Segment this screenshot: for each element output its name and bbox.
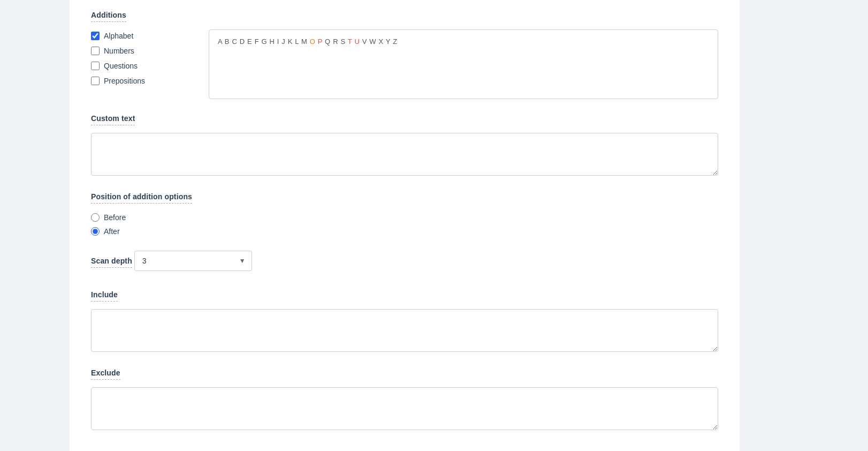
custom-text-title: Custom text — [91, 114, 135, 123]
position-title-wrapper: Position of addition options — [91, 192, 192, 204]
scan-depth-title-wrapper: Scan depth — [91, 257, 132, 268]
scan-depth-select[interactable]: 1 2 3 4 5 — [134, 251, 252, 271]
include-section: Include — [91, 290, 718, 354]
exclude-title: Exclude — [91, 369, 120, 377]
checkbox-alphabet[interactable]: Alphabet — [91, 32, 198, 40]
checkbox-prepositions[interactable]: Prepositions — [91, 77, 198, 85]
left-sidebar — [0, 0, 70, 451]
checkbox-alphabet-input[interactable] — [91, 32, 100, 40]
radio-before-input[interactable] — [91, 213, 100, 222]
additions-title-wrapper: Additions — [91, 11, 126, 22]
additions-title: Additions — [91, 11, 126, 19]
scan-depth-section: Scan depth 1 2 3 4 5 ▼ — [91, 251, 718, 275]
include-title-wrapper: Include — [91, 290, 118, 302]
exclude-section: Exclude — [91, 369, 718, 432]
checkbox-numbers-label: Numbers — [104, 47, 134, 55]
scan-depth-title: Scan depth — [91, 257, 132, 265]
additions-row: Alphabet Numbers Questions Prepositions — [91, 29, 718, 99]
checkbox-questions-input[interactable] — [91, 62, 100, 70]
radio-after[interactable]: After — [91, 227, 718, 236]
include-input[interactable] — [91, 309, 718, 352]
radio-before-label: Before — [104, 213, 126, 222]
checkbox-prepositions-input[interactable] — [91, 77, 100, 85]
custom-text-section: Custom text — [91, 114, 718, 177]
exclude-input[interactable] — [91, 387, 718, 430]
additions-section: Additions Alphabet Numbers Questions — [91, 11, 718, 99]
custom-text-title-wrapper: Custom text — [91, 114, 135, 125]
checkbox-questions-label: Questions — [104, 62, 138, 70]
position-title: Position of addition options — [91, 192, 192, 201]
alphabet-text: A B C D E F G H I J K L M O P Q R S T U … — [218, 37, 398, 46]
right-sidebar — [740, 0, 868, 451]
checkbox-alphabet-label: Alphabet — [104, 32, 133, 40]
radio-after-input[interactable] — [91, 227, 100, 236]
additions-checkboxes: Alphabet Numbers Questions Prepositions — [91, 29, 198, 85]
page-wrapper: Additions Alphabet Numbers Questions — [0, 0, 868, 451]
alphabet-display: A B C D E F G H I J K L M O P Q R S T U … — [209, 29, 718, 99]
checkbox-numbers-input[interactable] — [91, 47, 100, 55]
radio-before[interactable]: Before — [91, 213, 718, 222]
custom-text-input[interactable] — [91, 133, 718, 176]
main-content: Additions Alphabet Numbers Questions — [70, 0, 740, 451]
checkbox-prepositions-label: Prepositions — [104, 77, 145, 85]
radio-after-label: After — [104, 227, 120, 236]
position-radio-group: Before After — [91, 211, 718, 236]
checkbox-numbers[interactable]: Numbers — [91, 47, 198, 55]
scan-depth-select-wrapper: 1 2 3 4 5 ▼ — [134, 251, 252, 271]
position-section: Position of addition options Before Afte… — [91, 192, 718, 236]
checkbox-questions[interactable]: Questions — [91, 62, 198, 70]
exclude-title-wrapper: Exclude — [91, 369, 120, 380]
include-title: Include — [91, 290, 118, 299]
